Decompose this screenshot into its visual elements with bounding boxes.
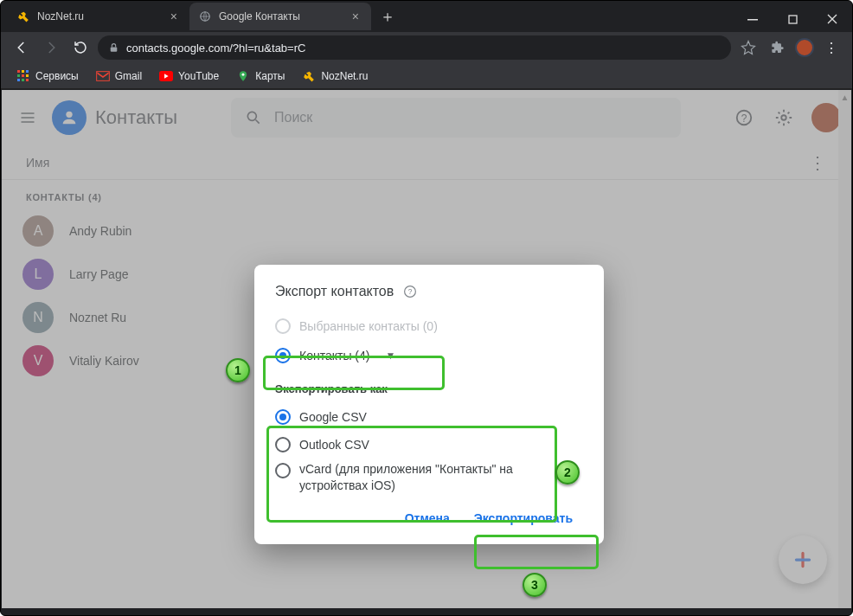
gmail-icon [96,69,110,83]
forward-button[interactable] [39,35,63,60]
format-label: Экспортировать как [275,382,583,395]
callout-1: 1 [226,358,250,382]
minimize-button[interactable] [733,6,773,32]
reload-button[interactable] [68,35,93,60]
svg-text:?: ? [408,288,413,296]
wrench-icon [16,10,30,23]
radio-label: Выбранные контакты (0) [299,319,438,333]
window-controls [733,6,852,32]
radio-all-contacts[interactable]: Контакты (4) ▼ [275,343,583,369]
radio-label: Outlook CSV [299,438,369,452]
menu-icon[interactable]: ⋮ [819,35,843,60]
radio-label: Google CSV [299,410,367,424]
tab-label: NozNet.ru [37,10,84,22]
svg-point-15 [242,73,245,75]
radio-icon [275,318,291,334]
svg-rect-3 [111,47,118,51]
apps-icon [16,69,30,83]
radio-selected-contacts: Выбранные контакты (0) [275,313,583,339]
titlebar: NozNet.ru × Google Контакты × ＋ [1,1,852,32]
page-content: Контакты Поиск ? Имя ⋮ КОНТАКТЫ (4) AAnd… [2,90,851,608]
svg-rect-1 [747,19,758,21]
radio-icon [275,409,291,425]
maximize-button[interactable] [773,6,812,32]
close-window-button[interactable] [812,6,852,32]
radio-google-csv[interactable]: Google CSV [275,404,583,430]
close-icon[interactable]: × [349,10,362,23]
bookmark-gmail[interactable]: Gmail [89,67,149,86]
svg-rect-8 [22,74,24,77]
export-button[interactable]: Экспортировать [464,504,583,532]
bookmarks-bar: Сервисы Gmail YouTube Карты NozNet.ru [1,63,852,89]
cancel-button[interactable]: Отмена [394,504,460,532]
radio-icon [275,463,291,478]
callout-2: 2 [555,460,580,484]
bookmark-apps[interactable]: Сервисы [10,67,86,86]
wrench-icon [302,69,316,83]
lock-icon [108,42,119,54]
radio-outlook-csv[interactable]: Outlook CSV [275,432,583,458]
url-text: contacts.google.com/?hl=ru&tab=rC [126,42,305,55]
export-dialog: Экспорт контактов ? Выбранные контакты (… [254,265,604,544]
globe-icon [198,10,212,23]
bookmark-youtube[interactable]: YouTube [152,67,226,86]
back-button[interactable] [10,35,34,60]
bookmark-label: Карты [255,70,285,82]
bookmark-noznet[interactable]: NozNet.ru [295,67,375,86]
radio-vcard[interactable]: vCard (для приложения "Контакты" на устр… [275,458,583,494]
bookmark-label: Gmail [115,70,142,82]
bookmark-label: YouTube [178,70,219,82]
svg-rect-5 [22,70,24,73]
browser-window: NozNet.ru × Google Контакты × ＋ contacts… [0,0,853,616]
tab-google-contacts[interactable]: Google Контакты × [189,3,371,30]
tabs-row: NozNet.ru × Google Контакты × ＋ [1,1,733,32]
chevron-down-icon[interactable]: ▼ [385,350,395,362]
radio-label: Контакты (4) [299,349,369,363]
star-icon[interactable] [736,35,760,60]
svg-rect-11 [22,79,24,81]
svg-rect-10 [17,79,20,81]
radio-icon [275,348,291,363]
tab-label: Google Контакты [219,10,300,22]
bookmark-label: Сервисы [35,70,79,82]
close-icon[interactable]: × [167,10,181,23]
callout-3: 3 [523,573,547,597]
extensions-icon[interactable] [766,35,790,60]
svg-rect-4 [17,70,20,73]
svg-rect-9 [26,74,29,77]
svg-rect-7 [17,74,20,77]
svg-rect-6 [26,70,29,73]
bookmark-maps[interactable]: Карты [229,67,292,86]
svg-rect-2 [789,16,797,23]
help-icon[interactable]: ? [402,284,418,299]
dialog-title: Экспорт контактов [275,284,394,299]
radio-icon [275,437,291,452]
url-field[interactable]: contacts.google.com/?hl=ru&tab=rC [98,35,731,60]
youtube-icon [159,69,173,83]
maps-icon [236,69,250,83]
new-tab-button[interactable]: ＋ [371,3,404,30]
tab-noznet[interactable]: NozNet.ru × [8,3,189,30]
bookmark-label: NozNet.ru [321,70,368,82]
svg-rect-12 [26,79,29,81]
radio-label: vCard (для приложения "Контакты" на устр… [299,461,583,494]
profile-avatar[interactable] [795,38,814,57]
address-bar: contacts.google.com/?hl=ru&tab=rC ⋮ [1,32,852,63]
